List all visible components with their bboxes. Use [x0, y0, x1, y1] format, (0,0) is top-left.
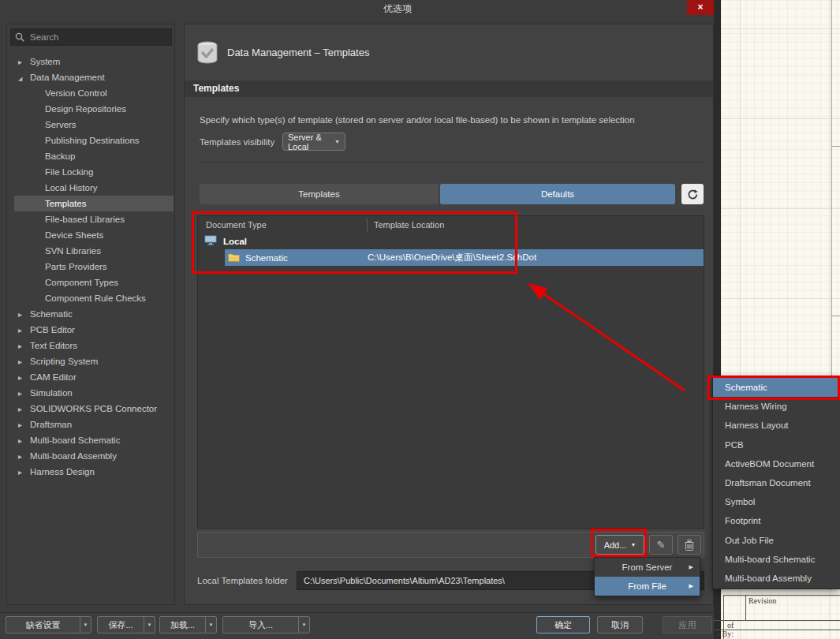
titleblock-of-label: of	[727, 621, 734, 630]
preferences-dialog: 优选项 × System Data Management Version Con…	[0, 0, 714, 639]
sidebar-item-pcb-editor[interactable]: PCB Editor	[14, 322, 174, 338]
templates-visibility-dropdown[interactable]: Server & Local ▼	[282, 133, 345, 151]
sidebar-item-templates[interactable]: Templates	[14, 196, 174, 211]
group-label: Local	[223, 237, 247, 246]
submenu-item-schematic[interactable]: Schematic	[713, 378, 840, 397]
sidebar-item-solidworks-pcb-connector[interactable]: SOLIDWORKS PCB Connector	[14, 401, 174, 417]
search-icon	[15, 32, 24, 42]
templates-section-header: Templates	[185, 80, 713, 97]
tab-defaults[interactable]: Defaults	[440, 184, 675, 204]
submenu-item-pcb[interactable]: PCB	[713, 435, 840, 454]
chevron-down-icon[interactable]: ▼	[144, 617, 155, 633]
table-group-row-local[interactable]: Local	[198, 234, 704, 249]
add-dropdown-menu: From Server ▶ From File ▶	[594, 557, 700, 596]
sidebar-item-scripting-system[interactable]: Scripting System	[14, 353, 174, 369]
chevron-right-icon	[18, 467, 30, 476]
chevron-down-icon[interactable]: ▼	[298, 617, 309, 633]
submenu-item-harness-layout[interactable]: Harness Layout	[713, 416, 840, 435]
submenu-item-footprint[interactable]: Footprint	[713, 511, 840, 530]
local-templates-folder-label: Local Templates folder	[197, 576, 288, 585]
sidebar-item-design-repositories[interactable]: Design Repositories	[14, 101, 174, 117]
search-input[interactable]	[28, 32, 167, 43]
sidebar-item-device-sheets[interactable]: Device Sheets	[14, 227, 174, 243]
sidebar-item-backup[interactable]: Backup	[14, 148, 174, 164]
chevron-right-icon: ▶	[689, 583, 693, 589]
titleblock-line	[723, 595, 840, 596]
submenu-item-multi-board-assembly[interactable]: Multi-board Assembly	[713, 569, 840, 588]
sidebar-item-file-based-libraries[interactable]: File-based Libraries	[14, 211, 174, 227]
close-button[interactable]: ×	[687, 0, 714, 15]
sheet-zone-tick	[831, 146, 840, 147]
sidebar-item-servers[interactable]: Servers	[14, 117, 174, 133]
chevron-right-icon: ▶	[689, 564, 693, 570]
chevron-right-icon	[18, 451, 30, 461]
sidebar-item-schematic[interactable]: Schematic	[14, 306, 174, 322]
ok-button[interactable]: 确定	[536, 616, 590, 633]
dialog-titlebar[interactable]: 优选项 ×	[0, 0, 714, 16]
templates-visibility-label: Templates visibility	[200, 137, 274, 147]
sidebar-item-cam-editor[interactable]: CAM Editor	[14, 369, 174, 385]
sidebar-item-simulation[interactable]: Simulation	[14, 385, 174, 401]
tab-templates[interactable]: Templates	[200, 184, 439, 204]
menu-item-from-file[interactable]: From File ▶	[595, 577, 700, 596]
refresh-button[interactable]	[681, 184, 704, 204]
sidebar-item-system[interactable]: System	[14, 54, 174, 69]
import-button[interactable]: 导入... ▼	[222, 616, 310, 633]
chevron-right-icon	[18, 420, 30, 429]
defaults-settings-button[interactable]: 缺省设置 ▼	[6, 616, 91, 633]
page-title: Data Management – Templates	[227, 47, 369, 58]
row-document-type: Schematic	[245, 253, 368, 263]
search-box[interactable]	[10, 28, 172, 46]
sidebar-item-component-rule-checks[interactable]: Component Rule Checks	[14, 290, 174, 306]
submenu-item-symbol[interactable]: Symbol	[713, 492, 840, 511]
data-management-icon	[197, 41, 218, 68]
table-row-schematic[interactable]: Schematic C:\Users\B\OneDrive\桌面\Sheet2.…	[225, 249, 704, 266]
sheet-zone-tick	[831, 316, 840, 316]
add-button[interactable]: Add... ▼	[595, 535, 644, 555]
chevron-right-icon	[18, 372, 30, 382]
column-header-template-location[interactable]: Template Location	[367, 219, 444, 232]
chevron-down-icon[interactable]: ▼	[205, 617, 216, 633]
sidebar-item-version-control[interactable]: Version Control	[14, 85, 174, 101]
chevron-down-icon: ▼	[334, 139, 340, 144]
sidebar-item-harness-design[interactable]: Harness Design	[14, 464, 174, 480]
chevron-right-icon	[18, 404, 30, 413]
submenu-item-activebom-document[interactable]: ActiveBOM Document	[713, 454, 840, 473]
trash-icon	[685, 540, 694, 551]
submenu-item-multi-board-schematic[interactable]: Multi-board Schematic	[713, 550, 840, 569]
chevron-right-icon	[18, 357, 30, 366]
column-header-document-type[interactable]: Document Type	[206, 219, 267, 232]
preferences-tree: System Data Management Version Control D…	[7, 54, 174, 480]
chevron-right-icon	[18, 435, 30, 445]
sidebar-item-component-types[interactable]: Component Types	[14, 275, 174, 290]
sidebar-item-svn-libraries[interactable]: SVN Libraries	[14, 243, 174, 259]
sidebar-item-parts-providers[interactable]: Parts Providers	[14, 259, 174, 275]
load-button[interactable]: 加载... ▼	[159, 616, 217, 633]
row-template-location: C:\Users\B\OneDrive\桌面\Sheet2.SchDot	[368, 252, 536, 263]
sidebar-item-local-history[interactable]: Local History	[14, 180, 174, 196]
delete-button[interactable]	[678, 535, 701, 555]
submenu-item-harness-wiring[interactable]: Harness Wiring	[713, 397, 840, 416]
sidebar-item-multi-board-assembly[interactable]: Multi-board Assembly	[14, 448, 174, 464]
titleblock-line	[745, 595, 746, 621]
submenu-item-out-job-file[interactable]: Out Job File	[713, 531, 840, 550]
sidebar-item-publishing-destinations[interactable]: Publishing Destinations	[14, 133, 174, 148]
chevron-right-icon	[18, 341, 30, 350]
document-type-submenu: Schematic Harness Wiring Harness Layout …	[712, 376, 840, 589]
edit-button[interactable]: ✎	[649, 535, 673, 555]
submenu-item-draftsman-document[interactable]: Draftsman Document	[713, 473, 840, 492]
chevron-down-icon[interactable]: ▼	[80, 617, 91, 633]
sidebar-item-draftsman[interactable]: Draftsman	[14, 417, 174, 432]
chevron-down-icon: ▼	[630, 542, 636, 547]
sidebar-item-text-editors[interactable]: Text Editors	[14, 338, 174, 353]
cancel-button[interactable]: 取消	[597, 616, 643, 633]
save-button[interactable]: 保存... ▼	[97, 616, 155, 633]
menu-item-from-server[interactable]: From Server ▶	[595, 558, 700, 577]
sidebar-item-multi-board-schematic[interactable]: Multi-board Schematic	[14, 432, 174, 448]
refresh-icon	[687, 189, 699, 200]
sidebar-item-file-locking[interactable]: File Locking	[14, 164, 174, 180]
sidebar-item-data-management[interactable]: Data Management	[14, 69, 174, 85]
titleblock-revision-label: Revision	[749, 596, 777, 605]
apply-button: 应用	[663, 616, 712, 633]
monitor-icon	[204, 234, 217, 248]
